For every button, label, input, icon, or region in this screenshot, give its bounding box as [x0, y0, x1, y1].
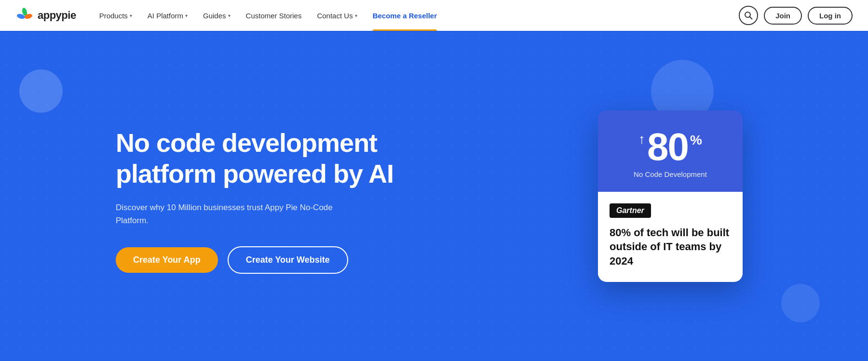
- logo-icon: [15, 6, 34, 25]
- hero-card-container: ↑ 80 % No Code Development Gartner 80% o…: [598, 110, 743, 281]
- nav-links: Products ▾ AI Platform ▾ Guides ▾ Custom…: [92, 0, 739, 31]
- nav-item-products[interactable]: Products ▾: [92, 0, 140, 31]
- navbar: appypie Products ▾ AI Platform ▾ Guides …: [0, 0, 868, 31]
- nav-item-become-reseller[interactable]: Become a Reseller: [365, 0, 445, 31]
- bg-circle-right-bottom: [781, 284, 820, 322]
- logo-text: appypie: [38, 9, 76, 22]
- card-bottom: Gartner 80% of tech will be built outsid…: [598, 191, 743, 281]
- join-button[interactable]: Join: [764, 7, 802, 25]
- card-top: ↑ 80 % No Code Development: [598, 110, 743, 191]
- nav-item-ai-platform[interactable]: AI Platform ▾: [140, 0, 195, 31]
- hero-subtitle: Discover why 10 Million businesses trust…: [116, 201, 333, 227]
- hero-card: ↑ 80 % No Code Development Gartner 80% o…: [598, 110, 743, 281]
- gartner-badge: Gartner: [610, 203, 651, 217]
- bg-circle-left: [19, 69, 63, 113]
- chevron-down-icon: ▾: [228, 13, 231, 18]
- hero-content: No code development platform powered by …: [116, 128, 453, 274]
- stat-label: No Code Development: [611, 170, 729, 178]
- stat-unit: %: [690, 132, 702, 147]
- stat-value: 80: [647, 127, 688, 166]
- chevron-down-icon: ▾: [130, 13, 132, 18]
- login-button[interactable]: Log in: [808, 7, 853, 25]
- nav-item-guides[interactable]: Guides ▾: [195, 0, 238, 31]
- nav-item-contact-us[interactable]: Contact Us ▾: [309, 0, 365, 31]
- create-app-button[interactable]: Create Your App: [116, 247, 218, 273]
- logo[interactable]: appypie: [15, 6, 76, 25]
- hero-buttons: Create Your App Create Your Website: [116, 246, 453, 274]
- svg-line-5: [750, 17, 752, 19]
- card-description: 80% of tech will be built outside of IT …: [610, 225, 731, 268]
- nav-item-customer-stories[interactable]: Customer Stories: [238, 0, 310, 31]
- nav-right: Join Log in: [739, 6, 853, 25]
- chevron-down-icon: ▾: [185, 13, 188, 18]
- chevron-down-icon: ▾: [355, 13, 357, 18]
- create-website-button[interactable]: Create Your Website: [228, 246, 348, 274]
- search-button[interactable]: [739, 6, 758, 25]
- card-stat: ↑ 80 %: [611, 127, 729, 166]
- hero-title: No code development platform powered by …: [116, 128, 453, 189]
- hero-section: No code development platform powered by …: [0, 31, 868, 361]
- stat-arrow-icon: ↑: [638, 131, 645, 147]
- search-icon: [744, 11, 753, 20]
